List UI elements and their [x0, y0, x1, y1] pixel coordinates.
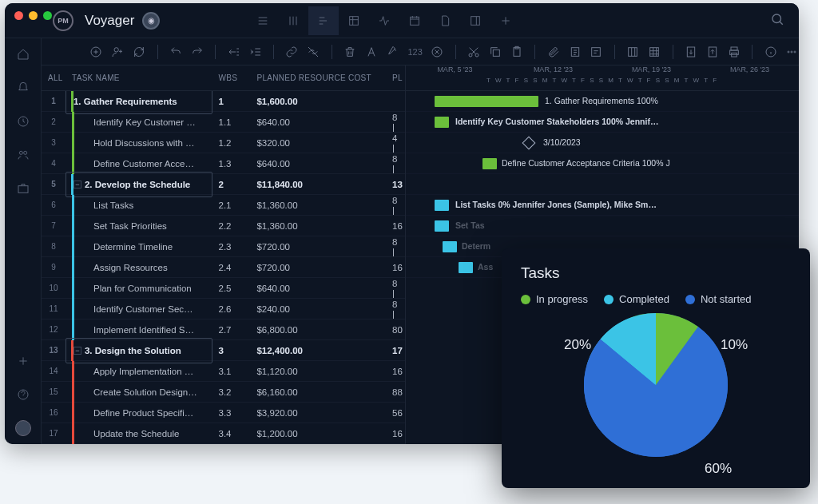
grid-icon[interactable] [648, 46, 661, 58]
task-detail-icon[interactable] [590, 46, 603, 58]
table-row[interactable]: 14Apply Implementation …3.1$1,120.0016 [42, 361, 405, 382]
task-name-cell[interactable]: Define Product Specifi… [66, 403, 212, 423]
col-header-cost[interactable]: PLANNED RESOURCE COST [250, 73, 386, 82]
gantt-row[interactable]: Set Tas [406, 216, 799, 236]
view-activity-icon[interactable] [369, 6, 399, 35]
highlight-icon[interactable] [387, 46, 400, 58]
add-user-icon[interactable] [111, 46, 125, 58]
col-header-pl[interactable]: PL [386, 73, 405, 82]
task-name-cell[interactable]: Identify Key Customer … [66, 112, 212, 133]
close-window-icon[interactable] [14, 11, 23, 20]
redo-icon[interactable] [191, 46, 204, 58]
task-name-cell[interactable]: Assign Resources [66, 257, 212, 278]
delete-icon[interactable] [343, 46, 357, 58]
table-row[interactable]: 16Define Product Specifi…3.3$3,920.0056 [42, 403, 405, 423]
table-row[interactable]: 7Set Task Priorities2.2$1,360.0016 [42, 216, 405, 236]
table-row[interactable]: 10Plan for Communication2.5$640.008 | [42, 278, 405, 299]
col-header-wbs[interactable]: WBS [212, 73, 251, 82]
view-gantt-icon[interactable] [308, 6, 339, 35]
export-icon[interactable] [705, 46, 719, 58]
print-icon[interactable] [727, 46, 741, 58]
nav-add-icon[interactable] [15, 353, 31, 369]
task-name-cell[interactable]: Determine Timeline [66, 236, 212, 257]
gantt-row[interactable]: 1. Gather Requirements 100% [406, 91, 799, 112]
table-row[interactable]: 8Determine Timeline2.3$720.008 | [42, 236, 405, 257]
import-icon[interactable] [684, 46, 697, 58]
note-icon[interactable] [568, 46, 582, 58]
table-row[interactable]: 3Hold Discussions with …1.2$320.004 | [42, 133, 405, 153]
task-name-cell[interactable]: Hold Discussions with … [66, 133, 212, 153]
collapse-toggle-icon[interactable]: − [73, 181, 81, 189]
avatar[interactable]: ◉ [142, 12, 160, 30]
col-header-name[interactable]: TASK NAME [66, 73, 212, 82]
task-name-cell[interactable]: Create Solution Design… [66, 382, 212, 403]
nav-notifications-icon[interactable] [15, 80, 31, 96]
view-file-icon[interactable] [430, 6, 460, 35]
task-name-cell[interactable]: Apply Implementation … [66, 361, 212, 382]
table-row[interactable]: 15Create Solution Design…3.2$6,160.0088 [42, 382, 405, 403]
gantt-row[interactable]: Identify Key Customer Stakeholders 100% … [406, 112, 799, 133]
col-header-all[interactable]: ALL [42, 73, 66, 82]
task-name-cell[interactable]: 1. Gather Requirements [66, 91, 212, 114]
table-row[interactable]: 11Identify Customer Sec…2.6$240.008 | [42, 299, 405, 319]
cut-icon[interactable] [467, 46, 481, 58]
gantt-row[interactable]: List Tasks 0% Jennifer Jones (Sample), M… [406, 195, 799, 216]
table-row[interactable]: 2Identify Key Customer …1.1$640.008 | [42, 112, 405, 133]
maximize-window-icon[interactable] [43, 11, 52, 20]
outdent-icon[interactable] [227, 46, 240, 58]
nav-help-icon[interactable] [15, 387, 31, 403]
milestone-icon[interactable] [522, 137, 536, 150]
add-task-icon[interactable] [89, 46, 103, 58]
gantt-bar[interactable] [459, 262, 473, 273]
search-icon[interactable] [770, 12, 784, 30]
table-row[interactable]: 6List Tasks2.1$1,360.008 | [42, 195, 405, 216]
text-format-icon[interactable] [365, 46, 379, 58]
attachment-icon[interactable] [546, 46, 560, 58]
nav-team-icon[interactable] [15, 147, 31, 163]
more-icon[interactable] [785, 46, 799, 58]
gantt-row[interactable]: Define Customer Acceptance Criteria 100%… [406, 153, 799, 174]
gantt-bar[interactable] [443, 241, 457, 252]
gantt-bar[interactable] [435, 200, 449, 211]
minimize-window-icon[interactable] [29, 11, 38, 20]
gantt-row[interactable]: 3/10/2023 [406, 133, 799, 153]
link-icon[interactable] [285, 46, 299, 58]
table-row[interactable]: 13−3. Design the Solution3$12,400.0017 [42, 340, 405, 361]
table-row[interactable]: 17Update the Schedule3.4$1,200.0016 [42, 423, 405, 444]
view-add-icon[interactable] [490, 6, 521, 35]
nav-portfolio-icon[interactable] [15, 181, 31, 196]
nav-user-avatar[interactable] [15, 420, 31, 436]
task-name-cell[interactable]: Define Customer Acce… [66, 153, 212, 174]
columns-icon[interactable] [626, 46, 640, 58]
gantt-bar[interactable] [482, 158, 497, 169]
undo-icon[interactable] [169, 46, 183, 58]
nav-recent-icon[interactable] [15, 113, 31, 129]
view-sheet-icon[interactable] [339, 6, 369, 35]
task-name-cell[interactable]: Plan for Communication [66, 278, 212, 299]
view-panel-icon[interactable] [460, 6, 490, 35]
task-name-cell[interactable]: Implement Identified S… [66, 319, 212, 340]
copy-icon[interactable] [488, 46, 502, 58]
table-row[interactable]: 11. Gather Requirements1$1,600.00 [42, 91, 405, 112]
tasks-status-popup[interactable]: Tasks In progress Completed Not started … [502, 248, 810, 488]
collapse-toggle-icon[interactable]: − [73, 347, 81, 355]
table-row[interactable]: 5−2. Develop the Schedule2$11,840.0013 [42, 174, 405, 195]
task-name-cell[interactable]: −3. Design the Solution [66, 338, 212, 363]
task-name-cell[interactable]: List Tasks [66, 195, 212, 216]
indent-icon[interactable] [248, 46, 262, 58]
paste-icon[interactable] [510, 46, 523, 58]
info-icon[interactable] [764, 46, 777, 58]
view-board-icon[interactable] [278, 6, 308, 35]
view-list-icon[interactable] [248, 6, 278, 35]
gantt-bar[interactable] [435, 96, 538, 107]
view-calendar-icon[interactable] [399, 6, 430, 35]
refresh-icon[interactable] [133, 46, 146, 58]
nav-home-icon[interactable] [15, 46, 31, 62]
task-name-cell[interactable]: Update the Schedule [66, 423, 212, 444]
task-name-cell[interactable]: Identify Customer Sec… [66, 299, 212, 319]
app-logo[interactable]: PM [53, 10, 73, 31]
unlink-icon[interactable] [307, 46, 320, 58]
table-row[interactable]: 9Assign Resources2.4$720.0016 [42, 257, 405, 278]
clear-format-icon[interactable] [431, 46, 444, 58]
gantt-row[interactable] [406, 174, 799, 195]
